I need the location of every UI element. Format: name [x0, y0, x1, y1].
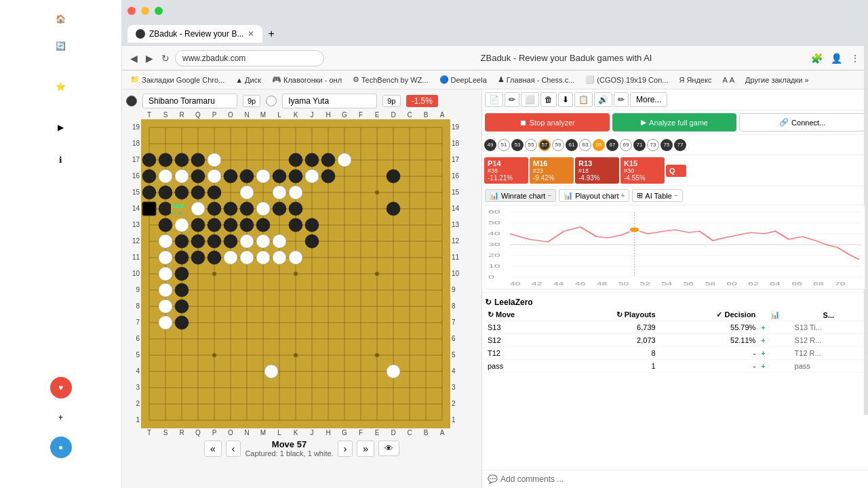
timeline-dot-61[interactable]: 61 — [566, 139, 578, 151]
bookmark-8[interactable]: А А — [719, 75, 737, 85]
timeline-dot-65[interactable]: 65 — [593, 139, 605, 151]
nav-last-button[interactable]: » — [357, 441, 374, 457]
tool-edit-btn[interactable]: ✏ — [505, 92, 519, 107]
chart-tab-ai[interactable]: ⊞ AI Table − — [632, 189, 682, 202]
tool-sound-btn[interactable]: 🔊 — [594, 92, 612, 107]
svg-point-60 — [208, 169, 221, 183]
refresh-button[interactable]: ↻ — [159, 50, 172, 66]
bookmark-4[interactable]: 🔵 DeepLeela — [437, 74, 490, 85]
move-card-4[interactable]: Q — [666, 165, 686, 177]
timeline-dot-53[interactable]: 53 — [511, 139, 524, 151]
chart-tab-playout[interactable]: 📊 Playout chart + — [559, 189, 629, 202]
move-card-1[interactable]: M16 #23 -9.42% — [530, 157, 574, 184]
browser-tab[interactable]: ZBaduk - Review your B... ✕ — [127, 25, 262, 43]
connect-button[interactable]: 🔗 Connect... — [739, 113, 865, 131]
timeline-dot-69[interactable]: 69 — [620, 139, 632, 151]
close-btn[interactable] — [127, 7, 136, 15]
timeline-dot-73[interactable]: 73 — [647, 139, 659, 151]
winrate-minus-icon[interactable]: − — [547, 192, 551, 199]
extensions-button[interactable]: 🧩 — [808, 50, 825, 66]
ai-plus-0[interactable]: + — [758, 321, 791, 334]
svg-text:46: 46 — [575, 281, 586, 287]
add-icon-1[interactable]: + — [761, 336, 765, 344]
go-board[interactable]: // Grid will be drawn via JS below — [141, 119, 450, 428]
timeline-dot-55[interactable]: 55 — [525, 139, 537, 151]
menu-button[interactable]: ⋮ — [848, 50, 863, 66]
bookmark-more[interactable]: Другие закладки » — [743, 75, 811, 85]
add-icon-3[interactable]: + — [761, 362, 765, 370]
ai-plus-1[interactable]: + — [758, 334, 791, 347]
eye-button[interactable]: 👁 — [378, 441, 399, 456]
sidebar-icon-play[interactable]: ▶ — [50, 117, 72, 138]
white-player-input[interactable] — [282, 94, 377, 108]
add-icon-0[interactable]: + — [761, 323, 765, 331]
move-card-2[interactable]: R13 #18 -4.93% — [575, 157, 619, 184]
tool-down-btn[interactable]: ⬇ — [558, 92, 573, 107]
svg-point-45 — [294, 353, 298, 357]
svg-point-84 — [191, 202, 205, 216]
timeline-dot-75[interactable]: 75 — [660, 139, 673, 151]
timeline-dot-71[interactable]: 71 — [633, 139, 646, 151]
ai-row-0[interactable]: S13 6,739 55.79% + S13 Ti... — [485, 321, 865, 334]
ai-row-3[interactable]: pass 1 - + pass — [485, 360, 865, 373]
ai-table-minus-icon[interactable]: − — [674, 192, 678, 199]
move-card-0[interactable]: P14 #38 -11.21% — [484, 157, 528, 184]
refresh-icon[interactable]: ↻ — [485, 298, 492, 307]
forward-button[interactable]: ▶ — [143, 50, 156, 66]
timeline-dot-51[interactable]: 51 — [498, 139, 510, 151]
bookmark-3[interactable]: ⚙ TechBench by WZ... — [350, 74, 431, 85]
sidebar-icon-history[interactable]: 🔄 — [50, 35, 72, 57]
stop-analyzer-button[interactable]: ⏹ Stop analyzer — [485, 113, 610, 131]
move-card-3[interactable]: K15 #30 -4.55% — [620, 157, 665, 184]
bookmark-1[interactable]: ▲ Диск — [233, 75, 264, 85]
tool-more-btn[interactable]: More... — [630, 92, 667, 107]
bookmark-6[interactable]: ⬜ (CGOS) 19x19 Con... — [583, 74, 671, 85]
new-tab-button[interactable]: + — [262, 25, 279, 43]
sidebar-icon-heart[interactable]: ♥ — [50, 377, 72, 399]
tool-file-btn[interactable]: 📄 — [485, 92, 503, 107]
ai-plus-3[interactable]: + — [758, 360, 791, 373]
black-player-input[interactable] — [142, 94, 237, 108]
nav-first-button[interactable]: « — [204, 441, 222, 457]
bookmark-0[interactable]: 📁 Закладки Google Chro... — [127, 74, 227, 85]
svg-rect-77 — [142, 202, 156, 216]
tab-close-icon[interactable]: ✕ — [248, 29, 254, 39]
add-comments-btn[interactable]: 💬 Add comments ... — [482, 470, 868, 488]
sidebar-icon-info[interactable]: ℹ — [50, 149, 72, 171]
playout-chart-label: Playout chart — [575, 192, 618, 200]
playout-plus-icon[interactable]: + — [620, 192, 625, 199]
tool-delete-btn[interactable]: 🗑 — [540, 92, 557, 107]
nav-prev-button[interactable]: ‹ — [226, 441, 241, 457]
sidebar-icon-home[interactable]: 🏠 — [50, 8, 72, 30]
tool-pen-btn[interactable]: ✏ — [614, 92, 629, 107]
url-bar[interactable] — [175, 50, 324, 66]
move-timeline[interactable]: 49 51 53 55 57 59 61 63 65 67 69 71 73 7… — [482, 135, 868, 155]
add-icon-2[interactable]: + — [761, 349, 765, 357]
bookmark-7[interactable]: Я Яндекс — [676, 75, 714, 85]
bookmark-5[interactable]: ♟ Главная - Chess.c... — [495, 74, 578, 85]
chart-tab-winrate[interactable]: 📊 Winrate chart − — [485, 189, 556, 202]
analyze-full-button[interactable]: ▶ Analyze full game — [612, 113, 737, 131]
card-pos-1: M16 — [533, 159, 570, 167]
ai-plus-2[interactable]: + — [758, 347, 791, 360]
timeline-dot-77[interactable]: 77 — [674, 139, 686, 151]
minimize-btn[interactable] — [141, 7, 149, 15]
bookmark-2[interactable]: 🎮 Клавогонки - онл — [269, 74, 344, 85]
sidebar-icon-add[interactable]: + — [50, 407, 72, 428]
sidebar-icon-profile[interactable]: ● — [50, 436, 72, 458]
sidebar-icon-bookmarks[interactable]: ⭐ — [50, 76, 72, 98]
back-button[interactable]: ◀ — [127, 50, 140, 66]
timeline-dot-57-current[interactable]: 57 — [538, 139, 551, 151]
timeline-dot-67[interactable]: 67 — [606, 139, 618, 151]
move-col-icon[interactable]: ↻ — [488, 310, 494, 319]
ai-row-1[interactable]: S12 2,073 52.11% + S12 R... — [485, 334, 865, 347]
ai-row-2[interactable]: T12 8 - + T12 R... — [485, 347, 865, 360]
nav-next-button[interactable]: › — [338, 441, 353, 457]
tool-copy-btn[interactable]: 📋 — [574, 92, 593, 107]
tool-select-btn[interactable]: ⬜ — [521, 92, 539, 107]
maximize-btn[interactable] — [155, 7, 163, 15]
timeline-dot-59[interactable]: 59 — [552, 139, 564, 151]
profile-button[interactable]: 👤 — [828, 50, 845, 66]
timeline-dot-49[interactable]: 49 — [484, 139, 496, 151]
timeline-dot-63[interactable]: 63 — [579, 139, 591, 151]
